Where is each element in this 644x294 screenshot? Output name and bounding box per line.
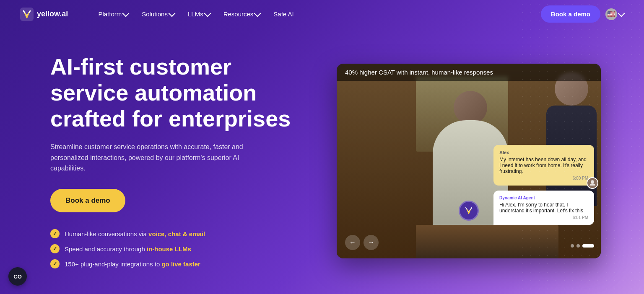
feature-link-3[interactable]: go live faster (161, 260, 200, 268)
nav-book-demo-button[interactable]: Book a demo (541, 5, 600, 23)
check-icon: ✓ (50, 229, 60, 238)
slide-dot-2[interactable] (576, 244, 580, 248)
feature-text-2: Speed and accuracy through (65, 245, 147, 253)
agent-time: 6:01 PM (499, 215, 588, 220)
nav-solutions[interactable]: Solutions (137, 7, 179, 21)
agent-name: Dynamic AI Agent (499, 196, 588, 200)
slide-dot-3[interactable] (582, 244, 594, 248)
chevron-down-icon (254, 10, 261, 17)
hero-book-demo-button[interactable]: Book a demo (50, 189, 125, 212)
hero-left: AI-first customer service automation cra… (50, 54, 302, 268)
feature-item-2: ✓ Speed and accuracy through in-house LL… (50, 244, 302, 253)
nav-links: Platform Solutions LLMs Resources Safe A… (93, 7, 540, 21)
hero-title: AI-first customer service automation cra… (50, 54, 302, 132)
chevron-down-icon (204, 10, 211, 17)
chat-card: 40% higher CSAT with instant, human-like… (337, 64, 601, 258)
csat-text: 40% higher CSAT with instant, human-like… (345, 69, 493, 76)
svg-rect-0 (20, 8, 34, 21)
slide-dots (571, 244, 594, 248)
check-icon: ✓ (50, 244, 60, 253)
agent-message: Hi Alex, I'm sorry to hear that. I under… (499, 202, 588, 214)
feature-link-1[interactable]: voice, chat & email (148, 230, 205, 237)
logo-text: yellow.ai (37, 10, 68, 18)
chevron-down-icon (618, 10, 625, 17)
user-name: Alex (499, 150, 588, 155)
prev-slide-button[interactable]: ← (345, 235, 360, 250)
nav-platform[interactable]: Platform (93, 7, 133, 21)
user-time: 6:00 PM (499, 176, 588, 181)
chevron-down-icon (122, 10, 130, 17)
flag-icon: 🇺🇸 (605, 8, 617, 20)
bot-icon (459, 201, 479, 221)
nav-right: Book a demo 🇺🇸 (541, 5, 624, 23)
couch (416, 225, 558, 258)
logo[interactable]: yellow.ai (20, 8, 68, 21)
feature-item-1: ✓ Human-like conversations via voice, ch… (50, 229, 302, 238)
feature-link-2[interactable]: in-house LLMs (147, 245, 191, 253)
feature-text-1: Human-like conversations via (65, 230, 148, 237)
nav-resources[interactable]: Resources (218, 7, 265, 21)
language-selector[interactable]: 🇺🇸 (605, 8, 624, 20)
hero-right: 40% higher CSAT with instant, human-like… (327, 64, 610, 258)
chevron-down-icon (168, 10, 175, 17)
user-avatar (587, 177, 598, 189)
hero-section: AI-first customer service automation cra… (0, 28, 644, 294)
slide-dot-1[interactable] (571, 244, 574, 248)
hero-features: ✓ Human-like conversations via voice, ch… (50, 229, 302, 268)
co-badge[interactable]: CO (8, 267, 27, 286)
chat-bubbles: Alex My internet has been down all day, … (493, 145, 594, 225)
nav-llms[interactable]: LLMs (183, 7, 215, 21)
csat-banner: 40% higher CSAT with instant, human-like… (337, 64, 601, 81)
navbar: yellow.ai Platform Solutions LLMs Resour… (0, 0, 644, 28)
feature-text-3: 150+ plug-and-play integrations to (65, 260, 161, 268)
slide-navigation: ← → (345, 235, 379, 250)
nav-safe-ai[interactable]: Safe AI (268, 7, 299, 21)
feature-item-3: ✓ 150+ plug-and-play integrations to go … (50, 259, 302, 268)
co-badge-label: CO (13, 273, 22, 280)
person-head (454, 91, 487, 124)
svg-point-1 (591, 180, 594, 183)
check-icon: ✓ (50, 259, 60, 268)
agent-bubble: Dynamic AI Agent Hi Alex, I'm sorry to h… (493, 191, 594, 225)
user-message: My internet has been down all day, and I… (499, 157, 588, 174)
next-slide-button[interactable]: → (364, 235, 379, 250)
hero-subtitle: Streamline customer service operations w… (50, 142, 260, 174)
user-bubble: Alex My internet has been down all day, … (493, 145, 594, 186)
